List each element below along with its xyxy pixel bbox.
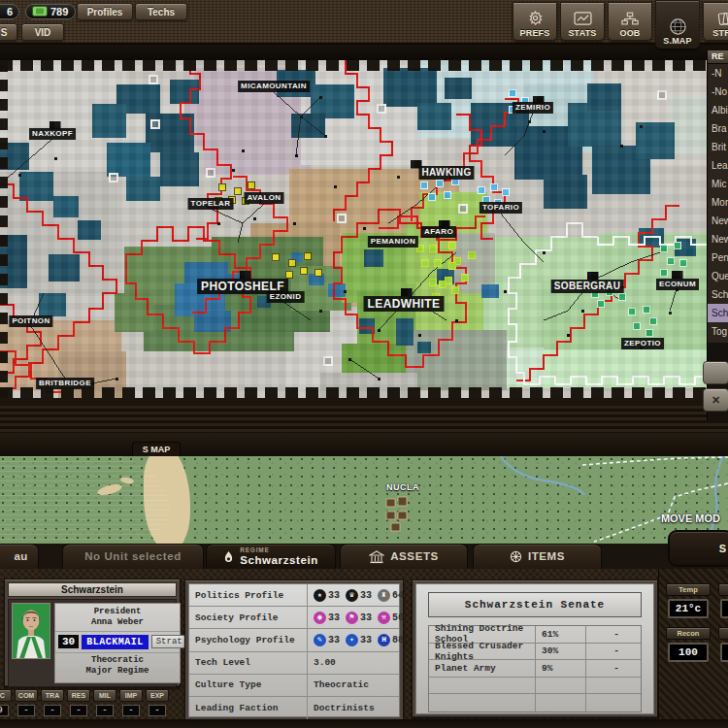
- province-label[interactable]: TOPELAR: [188, 198, 234, 210]
- mini-stat-button[interactable]: RES: [67, 689, 90, 702]
- tab-assets[interactable]: ASSETS: [340, 544, 468, 569]
- profile-row-label: Tech Level: [189, 652, 308, 674]
- senate-table: Shining Doctrine School61%-Blessed Crusa…: [428, 625, 642, 712]
- mini-stat-button[interactable]: EXP: [146, 689, 169, 702]
- mini-stat-value: -: [70, 705, 87, 716]
- techs-button[interactable]: Techs: [135, 3, 187, 20]
- province-label[interactable]: PEMANION: [368, 236, 418, 248]
- sidebar-item[interactable]: Mon: [708, 193, 728, 212]
- mini-stat-button[interactable]: TRA: [41, 689, 64, 702]
- gauge-label: Z: [718, 627, 728, 640]
- sidebar-item[interactable]: Mic: [708, 175, 728, 193]
- resource-value-fragment: 6: [7, 6, 13, 17]
- profile-row-value: ◉33⚑33⚒50: [308, 607, 410, 628]
- province-label[interactable]: ZEPOTIO: [621, 338, 664, 349]
- sidebar-item[interactable]: Lea: [708, 156, 728, 175]
- leader-portrait[interactable]: [12, 603, 50, 659]
- leader-role: President: [55, 607, 180, 617]
- smap-tab[interactable]: S MAP: [132, 442, 181, 456]
- profile-row-value: Doctrinists: [308, 697, 399, 719]
- badge-value: 64: [392, 590, 404, 601]
- province-label[interactable]: EZONID: [267, 291, 305, 303]
- gauge-cut-1: R 1: [718, 583, 728, 618]
- regime-government-type: Theocratic: [55, 655, 180, 666]
- tactical-map[interactable]: NUCLA MOVE MOD: [0, 456, 728, 544]
- mini-stat-button[interactable]: IMP: [119, 689, 143, 702]
- senate-faction-name: [429, 678, 536, 694]
- profile-row: Psychology Profile✎33✦33H88: [189, 629, 399, 651]
- mini-stat-button[interactable]: MIL: [93, 689, 116, 702]
- toolbar-button-stats[interactable]: STATS: [560, 2, 605, 41]
- badge-group: ♛33: [346, 589, 372, 602]
- province-label[interactable]: LEADWHITE: [364, 296, 445, 312]
- province-label[interactable]: ZEMIRIO: [513, 102, 553, 114]
- cash-icon: [32, 6, 48, 18]
- badge-group: ◉33: [314, 612, 340, 624]
- vid-button[interactable]: VID: [21, 23, 64, 41]
- sidebar-item[interactable]: -N: [708, 64, 728, 83]
- profiles-button[interactable]: Profiles: [77, 3, 133, 20]
- province-label[interactable]: NAXKOPF: [29, 128, 76, 140]
- toolbar-button-label: S.MAP: [663, 36, 692, 46]
- sidebar-item[interactable]: Albi: [708, 101, 728, 119]
- sidebar-item[interactable]: Bra: [708, 119, 728, 138]
- tab-items[interactable]: ITEMS: [473, 544, 602, 569]
- mini-stat-button[interactable]: EC: [0, 689, 12, 702]
- money-pill: 789: [25, 4, 76, 19]
- province-label[interactable]: POITNON: [9, 315, 52, 327]
- bottom-status-bar: [0, 719, 728, 728]
- mini-stat-ec: EC9: [0, 689, 12, 716]
- environment-gauge-panel: Temp 21°c Recon 100 R 1 Z: [658, 569, 728, 728]
- sidebar-item[interactable]: Que: [708, 267, 728, 285]
- tab-label: au: [14, 550, 28, 562]
- profile-row: Culture TypeTheocratic: [189, 675, 399, 697]
- sidebar-item-selected[interactable]: Sch: [708, 304, 728, 322]
- toolbar-button-smap[interactable]: S.MAP: [655, 0, 700, 49]
- mini-stat-button[interactable]: COM: [15, 689, 38, 702]
- badge-value: 33: [328, 590, 340, 601]
- badge-value: 88: [392, 635, 404, 645]
- tab-label: Schwarzstein: [240, 554, 318, 566]
- tab-no-unit-selected[interactable]: No Unit selected: [62, 544, 204, 569]
- senate-row: Planet Army9%-: [429, 660, 641, 678]
- sidebar-item[interactable]: New: [708, 230, 728, 248]
- tab-label-wrap: ASSETS: [390, 550, 439, 562]
- sidebar-action-button[interactable]: [703, 361, 728, 384]
- cut-left-button[interactable]: S: [0, 23, 17, 41]
- sidebar-item[interactable]: -No: [708, 83, 728, 101]
- sidebar-item[interactable]: Brit: [708, 138, 728, 156]
- badge-value: 33: [360, 635, 372, 645]
- profile-table: Politics Profile★33♛33♜64Society Profile…: [188, 583, 400, 717]
- strategic-map[interactable]: NAXKOPFMICAMOUNTAINTOPELARAVALONHAWKINGT…: [0, 60, 709, 398]
- toolbar-button-stra[interactable]: STRA: [703, 2, 728, 41]
- senate-faction-extra: -: [586, 660, 641, 677]
- tab-label: ASSETS: [390, 550, 439, 562]
- toolbar-button-label: STRA: [712, 28, 728, 38]
- sidebar-item[interactable]: Sch: [708, 285, 728, 304]
- sidebar-item[interactable]: New: [708, 212, 728, 230]
- province-label[interactable]: AVALON: [245, 192, 284, 204]
- province-label[interactable]: ECONUM: [656, 279, 699, 290]
- tab-sublabel: REGIME: [240, 547, 269, 554]
- toolbar-button-oob[interactable]: OOB: [608, 2, 652, 41]
- film-teeth-bottom: [0, 387, 709, 398]
- tab-schwarzstein[interactable]: REGIMESchwarzstein: [206, 544, 336, 569]
- city-label-nucla[interactable]: NUCLA: [386, 482, 419, 492]
- province-label[interactable]: TOFARIO: [480, 202, 522, 214]
- leader-skill-value: 30: [58, 635, 79, 648]
- leader-action-badge[interactable]: BLACKMAIL: [82, 635, 149, 649]
- sidebar-item[interactable]: Tog: [708, 322, 728, 341]
- tab-au[interactable]: au: [0, 544, 39, 569]
- chart-icon: [574, 9, 592, 28]
- province-label[interactable]: HAWKING: [418, 166, 474, 180]
- badge-value: 33: [328, 612, 340, 623]
- province-label[interactable]: SOBERGRAU: [551, 280, 624, 293]
- strat-button[interactable]: Strat: [151, 635, 187, 648]
- leader-panel-title: Schwarzstein: [8, 582, 177, 597]
- sidebar-item[interactable]: Pen: [708, 248, 728, 267]
- sidebar-close-button[interactable]: ✕: [703, 388, 728, 412]
- province-label[interactable]: MICAMOUNTAIN: [238, 81, 310, 92]
- province-label[interactable]: AFARO: [421, 226, 456, 238]
- mini-stat-com: COM-: [15, 689, 38, 716]
- toolbar-button-prefs[interactable]: PREFS: [513, 2, 557, 41]
